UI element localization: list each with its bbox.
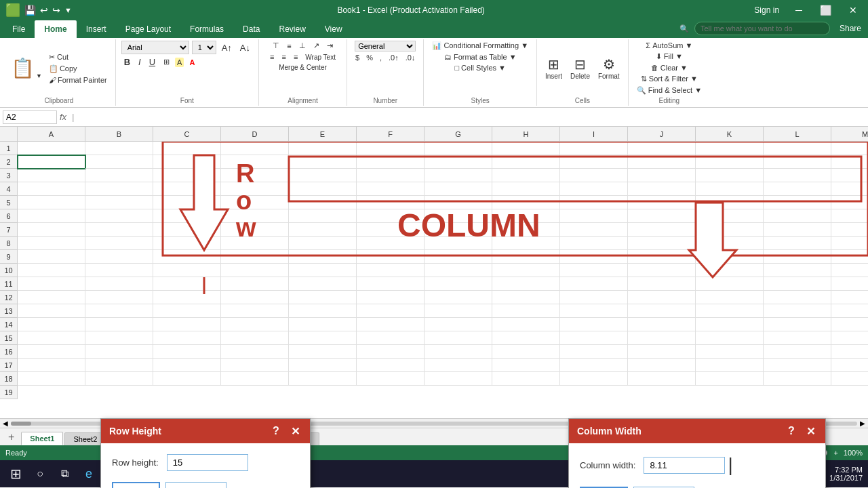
close-btn[interactable]: ✕: [844, 3, 863, 17]
cell-m2[interactable]: [831, 155, 868, 169]
cell-c2[interactable]: [153, 155, 221, 169]
col-header-a[interactable]: A: [18, 127, 85, 141]
cell-a1[interactable]: [18, 142, 85, 155]
col-header-i[interactable]: I: [560, 127, 628, 141]
row-header-9[interactable]: 9: [0, 250, 17, 264]
align-right-btn[interactable]: ≡: [291, 52, 300, 62]
scrollbar-thumb[interactable]: [11, 422, 31, 426]
sheet-tab-1[interactable]: Sheet1: [21, 432, 63, 445]
row-height-ok-btn[interactable]: OK: [112, 482, 160, 488]
cell-a2[interactable]: [18, 155, 85, 169]
cell-j2[interactable]: [628, 155, 696, 169]
font-name-select[interactable]: Arial: [121, 41, 189, 54]
find-select-btn[interactable]: 🔍 Find & Select ▼: [634, 85, 705, 96]
row-header-2[interactable]: 2: [0, 155, 17, 169]
row-header-5[interactable]: 5: [0, 196, 17, 209]
cell-h2[interactable]: [492, 155, 560, 169]
cell-f1[interactable]: [357, 142, 425, 155]
cell-j1[interactable]: [628, 142, 696, 155]
name-box[interactable]: [3, 110, 57, 124]
new-sheet-btn[interactable]: +: [3, 429, 20, 445]
row-header-12[interactable]: 12: [0, 291, 17, 304]
align-center-btn[interactable]: ≡: [279, 52, 288, 62]
zoom-in-btn[interactable]: +: [833, 449, 837, 457]
align-top-btn[interactable]: ⊤: [270, 41, 282, 51]
row-header-16[interactable]: 16: [0, 345, 17, 359]
cell-l2[interactable]: [764, 155, 831, 169]
cell-e1[interactable]: [289, 142, 357, 155]
decrease-decimal-btn[interactable]: .0↓: [403, 53, 418, 62]
col-header-k[interactable]: K: [696, 127, 764, 141]
tab-data[interactable]: Data: [233, 20, 269, 38]
cell-f2[interactable]: [357, 155, 425, 169]
indent-btn[interactable]: ⇥: [324, 41, 336, 51]
cell-l1[interactable]: [764, 142, 831, 155]
row-header-18[interactable]: 18: [0, 372, 17, 386]
row-header-3[interactable]: 3: [0, 169, 17, 182]
decrease-font-btn[interactable]: A↓: [237, 42, 253, 54]
col-header-h[interactable]: H: [492, 127, 560, 141]
tell-me-input[interactable]: [694, 22, 830, 35]
row-height-cancel-btn[interactable]: Cancel: [165, 482, 226, 488]
dialog-row-height-help-btn[interactable]: ?: [269, 425, 283, 437]
cell-d2[interactable]: [221, 155, 289, 169]
row-header-19[interactable]: 19: [0, 386, 17, 399]
italic-btn[interactable]: I: [136, 56, 144, 68]
format-painter-button[interactable]: 🖌 Format Painter: [46, 75, 110, 85]
cell-d1[interactable]: [221, 142, 289, 155]
cell-i1[interactable]: [560, 142, 628, 155]
wrap-text-btn[interactable]: Wrap Text: [302, 53, 338, 62]
format-as-table-btn[interactable]: 🗂 Format as Table ▼: [441, 52, 519, 62]
cell-k1[interactable]: [696, 142, 764, 155]
cut-button[interactable]: ✂ ✂ CutCut: [46, 52, 110, 62]
tab-home[interactable]: Home: [35, 20, 76, 38]
number-format-select[interactable]: General: [355, 41, 416, 52]
paste-button[interactable]: 📋 ▼: [8, 56, 45, 81]
cell-b2[interactable]: [85, 155, 153, 169]
format-cells-btn[interactable]: ⚙ Format: [595, 55, 623, 81]
cell-styles-btn[interactable]: □ Cell Styles ▼: [452, 63, 509, 73]
row-header-10[interactable]: 10: [0, 264, 17, 277]
scroll-left-btn[interactable]: ◀: [3, 420, 8, 427]
cell-i2[interactable]: [560, 155, 628, 169]
cell-g1[interactable]: [425, 142, 492, 155]
col-header-c[interactable]: C: [153, 127, 221, 141]
delete-cells-btn[interactable]: ⊟ Delete: [568, 55, 593, 81]
restore-btn[interactable]: ⬜: [814, 3, 837, 17]
cell-g2[interactable]: [425, 155, 492, 169]
save-icon[interactable]: 💾: [24, 5, 36, 16]
row-header-13[interactable]: 13: [0, 304, 17, 318]
tab-file[interactable]: File: [3, 20, 35, 38]
fill-color-btn[interactable]: A: [175, 58, 184, 67]
col-width-dialog[interactable]: Column Width ? ✕ Column width: | OK Canc…: [568, 418, 826, 488]
percent-btn[interactable]: %: [363, 53, 376, 62]
orient-btn[interactable]: ↗: [311, 41, 322, 51]
border-btn[interactable]: ⊞: [161, 57, 172, 67]
select-all-btn[interactable]: [0, 127, 18, 141]
col-header-f[interactable]: F: [357, 127, 425, 141]
copy-button[interactable]: 📋 Copy: [46, 64, 110, 74]
fill-btn[interactable]: ⬇ Fill ▼: [653, 52, 686, 62]
tab-insert[interactable]: Insert: [77, 20, 116, 38]
row-header-11[interactable]: 11: [0, 277, 17, 291]
formula-input[interactable]: [79, 113, 865, 122]
minimize-btn[interactable]: ─: [790, 3, 808, 17]
dialog-row-height-close-btn[interactable]: ✕: [288, 425, 302, 438]
col-header-d[interactable]: D: [221, 127, 289, 141]
tab-page-layout[interactable]: Page Layout: [116, 20, 180, 38]
start-btn[interactable]: ⊞: [5, 464, 26, 484]
tab-formulas[interactable]: Formulas: [180, 20, 233, 38]
align-middle-btn[interactable]: ≡: [284, 41, 294, 51]
share-button[interactable]: Share: [835, 22, 865, 35]
redo-icon[interactable]: ↪: [52, 5, 60, 16]
row-header-7[interactable]: 7: [0, 223, 17, 237]
row-height-input[interactable]: [167, 454, 248, 471]
col-width-input[interactable]: [644, 457, 725, 474]
clear-btn[interactable]: 🗑 Clear ▼: [648, 63, 690, 73]
row-header-1[interactable]: 1: [0, 142, 17, 155]
insert-cells-btn[interactable]: ⊞ Insert: [542, 55, 565, 81]
row-header-17[interactable]: 17: [0, 359, 17, 372]
scroll-right-btn[interactable]: ▶: [860, 420, 865, 427]
increase-font-btn[interactable]: A↑: [219, 42, 235, 54]
cell-e2[interactable]: [289, 155, 357, 169]
